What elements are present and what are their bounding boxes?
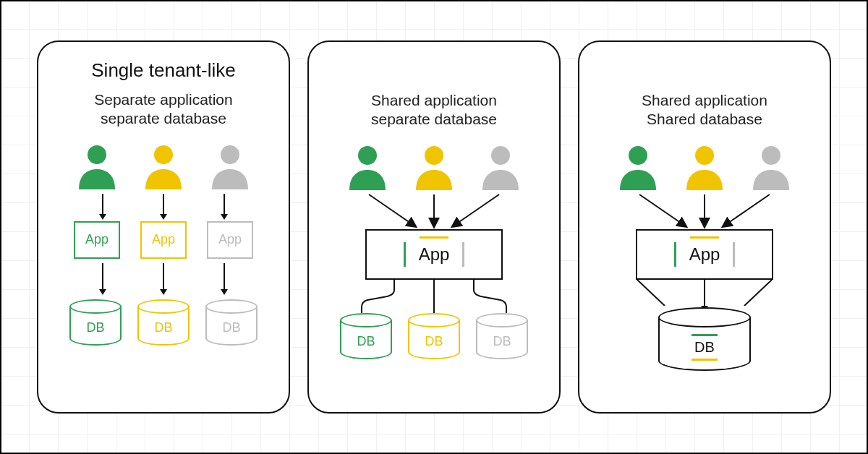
panel-shared-app-sep-db: Shared application separate database App bbox=[307, 40, 561, 414]
db-top bbox=[476, 313, 528, 327]
db-top bbox=[137, 299, 190, 314]
dbs-row: DB DB DB bbox=[340, 313, 528, 359]
arrow-down-icon bbox=[102, 194, 103, 220]
panels-container: Single tenant-like Separate application … bbox=[0, 0, 868, 454]
svg-line-13 bbox=[639, 194, 686, 226]
user-icon-green bbox=[616, 144, 660, 190]
db-cylinder-green: DB bbox=[340, 313, 392, 359]
db-top bbox=[205, 299, 258, 314]
panel-single-tenant: Single tenant-like Separate application … bbox=[37, 40, 290, 414]
app-label: App bbox=[218, 232, 242, 247]
arrow-down-icon bbox=[163, 263, 164, 295]
svg-point-5 bbox=[491, 146, 510, 165]
app-label: App bbox=[419, 244, 450, 265]
db-label: DB bbox=[86, 320, 104, 335]
db-label: DB bbox=[222, 320, 240, 335]
arrow-app-to-db bbox=[704, 280, 705, 306]
app-box-yellow: App bbox=[140, 221, 187, 259]
user-icon-gray bbox=[478, 144, 523, 190]
diverging-lines-icon bbox=[333, 280, 535, 313]
svg-point-3 bbox=[358, 146, 377, 165]
panel-subtitle: Separate application separate database bbox=[94, 90, 232, 129]
svg-line-16 bbox=[637, 280, 665, 306]
accent-bar-yellow bbox=[420, 236, 448, 239]
panel-subtitle: Shared application separate database bbox=[371, 91, 497, 129]
user-icon-gray bbox=[208, 143, 252, 189]
svg-point-12 bbox=[762, 146, 780, 165]
db-cylinder-green: DB bbox=[69, 299, 122, 346]
user-icon-yellow bbox=[141, 143, 186, 189]
subtitle-line-2: Shared database bbox=[647, 111, 762, 127]
user-icon-green bbox=[75, 143, 119, 189]
apps-row: App App App bbox=[74, 221, 253, 259]
accent-bar-yellow bbox=[690, 236, 719, 239]
subtitle-line-1: Shared application bbox=[371, 92, 497, 108]
svg-point-11 bbox=[695, 146, 714, 165]
user-icon-yellow bbox=[682, 144, 727, 190]
panel-title: Single tenant-like bbox=[91, 59, 235, 82]
arrow-down-icon bbox=[704, 280, 705, 306]
svg-line-17 bbox=[744, 280, 772, 306]
converging-arrows-icon bbox=[610, 193, 799, 229]
arrow-down-icon bbox=[224, 194, 225, 220]
user-icon-green bbox=[345, 144, 390, 190]
accent-line-yellow bbox=[692, 359, 718, 361]
db-cylinder-gray: DB bbox=[205, 299, 258, 346]
svg-point-0 bbox=[88, 145, 106, 164]
arrow-down-icon bbox=[224, 263, 225, 295]
svg-line-6 bbox=[369, 194, 415, 226]
panel-subtitle: Shared application Shared database bbox=[642, 91, 767, 129]
svg-point-10 bbox=[629, 146, 647, 165]
shared-app-box: App bbox=[636, 229, 773, 280]
svg-point-4 bbox=[425, 146, 443, 165]
db-top bbox=[658, 307, 751, 327]
shared-db-cylinder: DB bbox=[658, 307, 751, 371]
subtitle-line-1: Shared application bbox=[642, 92, 767, 108]
db-label: DB bbox=[425, 334, 443, 349]
arrows-user-to-app bbox=[102, 194, 225, 220]
svg-point-1 bbox=[154, 145, 173, 164]
app-box-gray: App bbox=[207, 221, 253, 259]
app-label: App bbox=[152, 232, 175, 247]
svg-point-2 bbox=[221, 145, 239, 164]
panel-shared-app-shared-db: Shared application Shared database App bbox=[578, 40, 831, 414]
db-cylinder-yellow: DB bbox=[137, 299, 190, 346]
db-cylinder-yellow: DB bbox=[408, 313, 460, 359]
arrow-down-icon bbox=[102, 263, 103, 295]
subtitle-line-1: Separate application bbox=[94, 91, 232, 108]
dbs-row: DB DB DB bbox=[69, 299, 258, 346]
subtitle-line-2: separate database bbox=[371, 111, 497, 127]
app-box-green: App bbox=[74, 221, 120, 259]
users-row bbox=[75, 143, 252, 189]
accent-bar-green bbox=[404, 242, 406, 267]
users-row bbox=[616, 144, 793, 190]
db-top bbox=[408, 313, 460, 327]
app-label: App bbox=[85, 232, 109, 247]
db-cylinder-gray: DB bbox=[476, 313, 528, 359]
accent-bar-green bbox=[674, 242, 676, 267]
db-label: DB bbox=[154, 320, 172, 335]
accent-bar-gray bbox=[462, 242, 464, 267]
users-row bbox=[345, 144, 523, 190]
db-label: DB bbox=[694, 339, 715, 356]
svg-line-8 bbox=[453, 194, 499, 226]
accent-bar-gray bbox=[733, 242, 735, 267]
shared-app-box: App bbox=[365, 229, 503, 280]
user-icon-yellow bbox=[412, 144, 456, 190]
converging-arrows-icon bbox=[340, 193, 528, 229]
subtitle-line-2: separate database bbox=[101, 110, 226, 127]
accent-line-green bbox=[692, 334, 718, 336]
svg-line-15 bbox=[723, 194, 770, 226]
arrow-down-icon bbox=[163, 194, 164, 220]
db-label: DB bbox=[357, 334, 375, 349]
db-top bbox=[69, 299, 122, 314]
db-label: DB bbox=[493, 334, 511, 349]
app-label: App bbox=[689, 244, 720, 265]
db-top bbox=[340, 313, 392, 327]
user-icon-gray bbox=[749, 144, 793, 190]
arrows-app-to-db bbox=[102, 263, 225, 295]
